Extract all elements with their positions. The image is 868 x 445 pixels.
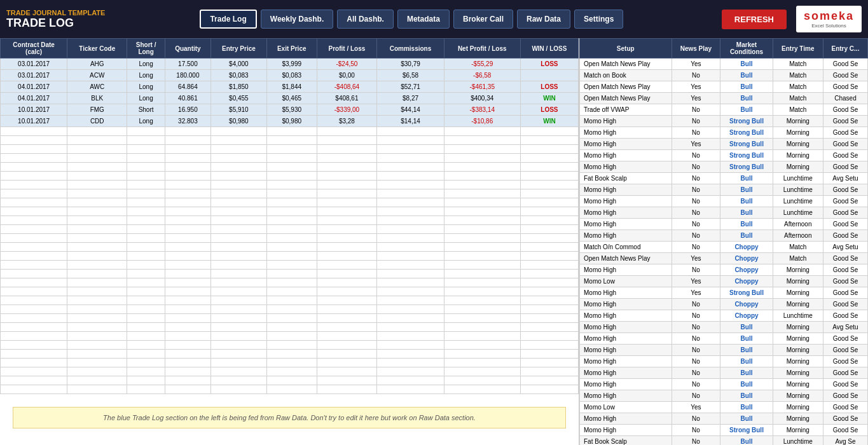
cell-setup: Momo High (580, 264, 672, 276)
cell-setup: Momo High (580, 356, 672, 367)
cell-entry-c: Avg Setu (823, 173, 867, 184)
cell-profit: $0,00 (317, 70, 377, 81)
col-news: News Play (672, 39, 720, 58)
page-title: TRADE LOG (6, 17, 108, 30)
cell-setup: Momo High (580, 150, 672, 161)
cell-news: No (672, 436, 720, 446)
cell-market: Bull (720, 390, 773, 402)
cell-net: -$10,86 (444, 116, 520, 127)
cell-entry-time: Morning (773, 356, 823, 367)
cell-news: No (672, 184, 720, 196)
empty-row (1, 385, 579, 394)
cell-ticker: CDD (67, 116, 127, 127)
nav-weekly-dashb[interactable]: Weekly Dashb. (261, 10, 333, 29)
cell-commission: $30,79 (377, 58, 444, 70)
cell-entry-c: Good Se (823, 184, 867, 196)
cell-news: No (672, 104, 720, 116)
cell-quantity: 16.950 (165, 104, 211, 116)
cell-ticker: AHG (67, 58, 127, 70)
cell-entry-time: Morning (773, 116, 823, 127)
cell-setup: Momo High (580, 207, 672, 219)
cell-result: WIN (520, 116, 578, 127)
col-date: Contract Date(calc) (1, 39, 67, 58)
empty-row (1, 305, 579, 314)
cell-news: Yes (672, 287, 720, 299)
cell-entry-time: Afternoon (773, 219, 823, 230)
cell-entry-time: Morning (773, 367, 823, 379)
cell-setup: Momo High (580, 116, 672, 127)
cell-setup: Momo High (580, 230, 672, 242)
refresh-button[interactable]: REFRESH (722, 10, 787, 29)
cell-net: -$55,29 (444, 58, 520, 70)
empty-row (1, 252, 579, 261)
cell-market: Bull (720, 367, 773, 379)
empty-row (1, 376, 579, 385)
logo: someka Excel Solutions (796, 6, 862, 32)
cell-setup: Momo High (580, 310, 672, 322)
cell-net: -$461,35 (444, 81, 520, 93)
col-result: WIN / LOSS (520, 39, 578, 58)
table-row: 03.01.2017 ACW Long 180.000 $0,083 $0,08… (1, 70, 579, 81)
right-table-row: Open Match News Play Yes Bull Match Good… (580, 81, 868, 93)
cell-setup: Momo Low (580, 402, 672, 413)
nav-raw-data[interactable]: Raw Data (517, 10, 570, 29)
cell-entry-time: Lunchtime (773, 310, 823, 322)
cell-market: Bull (720, 93, 773, 104)
cell-news: No (672, 310, 720, 322)
cell-quantity: 64.864 (165, 81, 211, 93)
cell-quantity: 180.000 (165, 70, 211, 81)
col-exit: Exit Price (266, 39, 317, 58)
cell-entry-time: Match (773, 104, 823, 116)
nav-broker-call[interactable]: Broker Call (453, 10, 513, 29)
cell-date: 04.01.2017 (1, 93, 67, 104)
empty-row (1, 216, 579, 225)
cell-setup: Open Match News Play (580, 81, 672, 93)
cell-entry-c: Good Se (823, 356, 867, 367)
cell-entry-time: Morning (773, 413, 823, 425)
right-table-row: Momo High No Strong Bull Morning Good Se (580, 116, 868, 127)
empty-row (1, 189, 579, 198)
cell-entry-c: Good Se (823, 104, 867, 116)
cell-exit: $3,999 (266, 58, 317, 70)
cell-direction: Long (127, 116, 165, 127)
nav-metadata[interactable]: Metadata (397, 10, 450, 29)
cell-entry-c: Good Se (823, 379, 867, 390)
cell-entry-c: Good Se (823, 58, 867, 70)
cell-market: Bull (720, 173, 773, 184)
cell-entry-time: Morning (773, 379, 823, 390)
cell-news: No (672, 242, 720, 253)
cell-news: No (672, 207, 720, 219)
cell-entry-time: Match (773, 81, 823, 93)
cell-profit: $408,61 (317, 93, 377, 104)
col-commission: Commissions (377, 39, 444, 58)
nav-settings[interactable]: Settings (574, 10, 623, 29)
cell-news: No (672, 356, 720, 367)
cell-profit: -$24,50 (317, 58, 377, 70)
cell-entry: $5,910 (210, 104, 266, 116)
empty-row (1, 296, 579, 305)
cell-setup: Momo High (580, 299, 672, 310)
cell-market: Bull (720, 230, 773, 242)
right-table-row: Momo High No Bull Morning Avg Setu (580, 322, 868, 333)
cell-setup: Match O/n Commod (580, 242, 672, 253)
right-table-row: Open Match News Play Yes Bull Match Chas… (580, 93, 868, 104)
right-section[interactable]: Setup News Play MarketConditions Entry T… (579, 38, 868, 445)
cell-market: Bull (720, 402, 773, 413)
cell-entry-time: Morning (773, 264, 823, 276)
cell-direction: Long (127, 58, 165, 70)
right-table-row: Momo High Yes Strong Bull Morning Good S… (580, 287, 868, 299)
nav-trade-log[interactable]: Trade Log (200, 10, 256, 29)
cell-entry-time: Lunchtime (773, 207, 823, 219)
cell-setup: Momo Low (580, 276, 672, 287)
empty-row (1, 127, 579, 136)
cell-entry-c: Good Se (823, 367, 867, 379)
cell-profit: -$339,00 (317, 104, 377, 116)
cell-date: 03.01.2017 (1, 58, 67, 70)
table-row: 10.01.2017 CDD Long 32.803 $0,980 $0,980… (1, 116, 579, 127)
cell-entry-c: Good Se (823, 264, 867, 276)
cell-setup: Momo High (580, 161, 672, 173)
nav-all-dashb[interactable]: All Dashb. (337, 10, 394, 29)
right-table-row: Momo High No Strong Bull Morning Good Se (580, 161, 868, 173)
cell-entry-time: Morning (773, 150, 823, 161)
cell-market: Strong Bull (720, 150, 773, 161)
